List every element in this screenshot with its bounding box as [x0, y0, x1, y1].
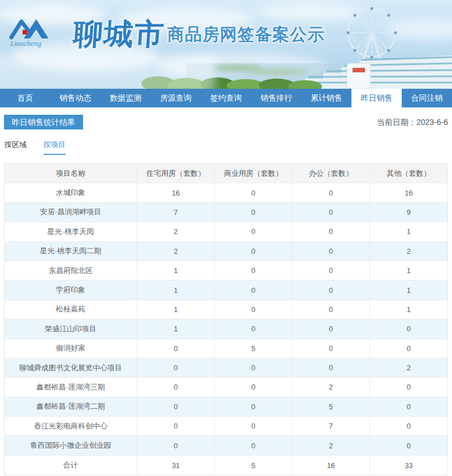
value-cell: 1	[370, 261, 447, 280]
value-cell: 5	[293, 397, 370, 416]
project-name-cell: 鲁西国际小微企业创业园	[5, 436, 137, 455]
table-row: 鲁西国际小微企业创业园0020	[5, 436, 447, 455]
value-cell: 0	[370, 378, 447, 396]
value-cell: 0	[293, 203, 370, 222]
nav-item-5[interactable]: 销售排行	[251, 89, 301, 107]
value-cell: 0	[370, 436, 447, 455]
site-banner: Liaocheng 聊城市 商品房网签备案公示	[0, 0, 452, 89]
current-date-label: 当前日期：	[377, 118, 416, 127]
value-cell: 33	[370, 456, 447, 475]
value-cell: 2	[370, 242, 447, 261]
site-title-calligraphy: 聊城市	[72, 19, 166, 49]
nav-item-4[interactable]: 签约查询	[201, 89, 251, 107]
subtab-0[interactable]: 按区域	[5, 140, 27, 155]
page-head: 昨日销售统计结果 当前日期：2023-6-6	[4, 115, 448, 129]
table-header-row: 项目名称住宅用房（套数）商业用房（套数）办公（套数）其他（套数）	[5, 164, 447, 183]
table-row: 鑫都裕昌·莲湖湾三期0020	[5, 378, 447, 397]
project-name-cell: 星光·桃李天阅	[5, 222, 137, 241]
value-cell: 0	[293, 222, 370, 241]
project-name-cell: 星光·桃李天阅二期	[5, 242, 137, 261]
logo-script: Liaocheng	[10, 39, 41, 47]
value-cell: 0	[215, 319, 292, 338]
value-cell: 办公（套数）	[293, 164, 370, 183]
nav-item-6[interactable]: 累计销售	[301, 89, 351, 107]
table-row: 荣盛江山印项目1000	[5, 319, 447, 339]
project-name-cell: 御润好家	[5, 339, 137, 358]
value-cell: 0	[293, 358, 370, 377]
sales-table: 项目名称住宅用房（套数）商业用房（套数）办公（套数）其他（套数）水城印象1600…	[4, 163, 448, 475]
subtab-1[interactable]: 按项目	[44, 140, 66, 155]
project-name-cell: 鑫都裕昌·莲湖湾三期	[5, 378, 137, 396]
table-row: 御润好家0500	[5, 339, 447, 358]
value-cell: 1	[370, 280, 447, 299]
value-cell: 0	[293, 242, 370, 261]
value-cell: 0	[215, 378, 292, 396]
nav-item-7[interactable]: 昨日销售	[351, 89, 402, 107]
value-cell: 0	[215, 183, 292, 202]
project-name-cell: 松桂嘉苑	[5, 300, 137, 319]
table-row: 学府印象1001	[5, 280, 447, 300]
nav-item-8[interactable]: 合同注销	[402, 89, 452, 107]
value-cell: 0	[215, 358, 292, 377]
table-row: 松桂嘉苑1001	[5, 300, 447, 319]
value-cell: 0	[215, 222, 292, 241]
value-cell: 0	[137, 397, 215, 416]
value-cell: 16	[137, 183, 215, 202]
value-cell: 7	[137, 203, 215, 222]
value-cell: 5	[215, 456, 292, 475]
value-cell: 0	[215, 300, 292, 319]
value-cell: 0	[215, 436, 292, 455]
project-name-cell: 学府印象	[5, 280, 137, 299]
current-date: 当前日期：2023-6-6	[377, 118, 448, 128]
value-cell: 0	[137, 358, 215, 377]
value-cell: 1	[137, 300, 215, 319]
value-cell: 1	[137, 280, 215, 299]
value-cell: 1	[370, 222, 447, 241]
value-cell: 2	[293, 378, 370, 396]
project-name-cell: 香江光彩电商科创中心	[5, 417, 137, 435]
value-cell: 16	[293, 456, 370, 475]
value-cell: 2	[137, 222, 215, 241]
value-cell: 7	[293, 417, 370, 435]
table-row: 东昌府院北区1001	[5, 261, 447, 280]
value-cell: 0	[137, 417, 215, 435]
value-cell: 0	[215, 417, 292, 435]
value-cell: 2	[370, 358, 447, 377]
nav-item-2[interactable]: 数据监测	[101, 89, 151, 107]
value-cell: 0	[370, 417, 447, 435]
value-cell: 0	[370, 397, 447, 416]
nav-item-3[interactable]: 房源查询	[151, 89, 201, 107]
value-cell: 5	[215, 339, 292, 358]
building-sign	[353, 68, 365, 72]
value-cell: 0	[215, 280, 292, 299]
value-cell: 0	[137, 378, 215, 396]
value-cell: 0	[293, 319, 370, 338]
value-cell: 31	[137, 456, 215, 475]
nav-item-1[interactable]: 销售动态	[50, 89, 101, 107]
value-cell: 0	[215, 242, 292, 261]
project-name-cell: 合计	[5, 456, 137, 475]
value-cell: 1	[370, 300, 447, 319]
value-cell: 2	[293, 436, 370, 455]
table-row: 安居·昌润湖畔项目7009	[5, 203, 447, 222]
value-cell: 0	[293, 280, 370, 299]
project-name-cell: 鑫都裕昌·莲湖湾二期	[5, 397, 137, 416]
project-name-cell: 荣盛江山印项目	[5, 319, 137, 338]
nav-item-0[interactable]: 首页	[0, 89, 50, 107]
value-cell: 0	[215, 261, 292, 280]
project-name-cell: 东昌府院北区	[5, 261, 137, 280]
value-cell: 0	[293, 261, 370, 280]
section-title: 昨日销售统计结果	[4, 115, 83, 129]
main-nav: 首页销售动态数据监测房源查询签约查询销售排行累计销售昨日销售合同注销	[0, 89, 452, 107]
value-cell: 2	[137, 242, 215, 261]
table-row: 星光·桃李天阅2001	[5, 222, 447, 241]
value-cell: 其他（套数）	[370, 164, 447, 183]
value-cell: 0	[370, 319, 447, 338]
table-row: 水城印象160016	[5, 183, 447, 202]
value-cell: 住宅用房（套数）	[137, 164, 215, 183]
project-name-cell: 水城印象	[5, 183, 137, 202]
project-name-cell: 项目名称	[5, 164, 137, 183]
project-name-cell: 安居·昌润湖畔项目	[5, 203, 137, 222]
table-total-row: 合计3151633	[5, 456, 447, 475]
brand: Liaocheng 聊城市 商品房网签备案公示	[8, 15, 325, 49]
